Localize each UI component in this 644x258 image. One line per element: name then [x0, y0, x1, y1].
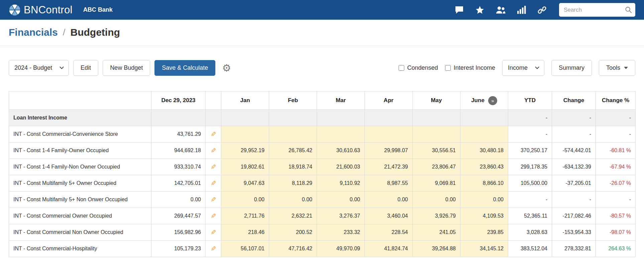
- header-may: May: [413, 91, 460, 110]
- month-value-cell[interactable]: 23,806.47: [413, 159, 460, 175]
- month-value-cell[interactable]: 9,069.81: [413, 175, 460, 192]
- change-value: -634,132.39: [552, 159, 596, 175]
- month-value-cell[interactable]: 29,998.07: [365, 143, 413, 159]
- month-value-cell[interactable]: 0.00: [221, 192, 269, 208]
- scroll-months-button[interactable]: »: [488, 96, 497, 105]
- month-value-cell[interactable]: 228.54: [365, 224, 413, 241]
- header-change: Change: [552, 91, 596, 110]
- tools-button[interactable]: Tools: [599, 60, 635, 76]
- month-value-cell[interactable]: 3,460.04: [365, 208, 413, 224]
- month-value-cell[interactable]: 9,110.92: [317, 175, 365, 192]
- month-value-cell[interactable]: 23,860.43: [460, 159, 508, 175]
- edit-button[interactable]: Edit: [73, 60, 98, 76]
- month-value-cell[interactable]: [365, 126, 413, 143]
- edit-row-button[interactable]: ✎: [206, 143, 221, 159]
- month-value-cell[interactable]: 0.00: [460, 192, 508, 208]
- edit-row-button[interactable]: ✎: [206, 159, 221, 175]
- month-value-cell[interactable]: 56,107.01: [221, 241, 269, 257]
- search-icon[interactable]: [625, 6, 632, 15]
- month-value-cell[interactable]: 49,970.09: [317, 241, 365, 257]
- month-value-cell[interactable]: 41,824.74: [365, 241, 413, 257]
- month-value-cell[interactable]: 218.46: [221, 224, 269, 241]
- month-value-cell[interactable]: 239.85: [460, 224, 508, 241]
- section-month-cell: [269, 110, 317, 126]
- app-logo[interactable]: BNControl: [9, 4, 73, 16]
- month-value-cell[interactable]: 4,109.53: [460, 208, 508, 224]
- dec-value: 0.00: [151, 192, 206, 208]
- interest-income-checkbox-input[interactable]: [445, 65, 451, 71]
- month-value-cell[interactable]: 200.52: [269, 224, 317, 241]
- edit-row-button[interactable]: ✎: [206, 192, 221, 208]
- month-value-cell[interactable]: 8,866.10: [460, 175, 508, 192]
- month-value-cell[interactable]: [317, 126, 365, 143]
- condensed-checkbox-input[interactable]: [399, 65, 404, 71]
- search-input[interactable]: [559, 3, 635, 17]
- table-row: INT - Const 1-4 Family-Non Owner Occupie…: [9, 159, 636, 175]
- income-select[interactable]: Income: [502, 60, 544, 76]
- month-value-cell[interactable]: [460, 126, 508, 143]
- section-month-cell: [221, 110, 269, 126]
- row-label: INT - Const Multifamily 5+ Owner Occupie…: [9, 175, 151, 192]
- interest-income-checkbox[interactable]: Interest Income: [445, 64, 495, 71]
- section-label: Loan Interest Income: [9, 110, 151, 126]
- month-value-cell[interactable]: 3,276.37: [317, 208, 365, 224]
- edit-row-button[interactable]: ✎: [206, 126, 221, 143]
- month-value-cell[interactable]: 29,952.19: [221, 143, 269, 159]
- month-value-cell[interactable]: 30,480.18: [460, 143, 508, 159]
- month-value-cell[interactable]: 39,264.88: [413, 241, 460, 257]
- summary-button[interactable]: Summary: [551, 60, 592, 76]
- pencil-icon: ✎: [211, 130, 216, 138]
- row-label: INT - Const Multifamily 5+ Non Onwer Occ…: [9, 192, 151, 208]
- change-pct-value: -98.07 %: [596, 224, 636, 241]
- month-value-cell[interactable]: 0.00: [365, 192, 413, 208]
- users-icon[interactable]: [496, 5, 506, 15]
- budget-table: Dec 29, 2023 Jan Feb Mar Apr May June » …: [9, 91, 636, 257]
- navbar-actions: [454, 3, 635, 17]
- condensed-checkbox[interactable]: Condensed: [399, 64, 438, 71]
- ytd-value: 383,512.04: [508, 241, 552, 257]
- month-value-cell[interactable]: [413, 126, 460, 143]
- budget-select[interactable]: 2024 - Budget: [9, 60, 69, 76]
- month-value-cell[interactable]: 18,918.74: [269, 159, 317, 175]
- month-value-cell[interactable]: 30,556.51: [413, 143, 460, 159]
- budget-table-body: Loan Interest Income---INT - Const Comme…: [9, 110, 636, 257]
- pencil-icon: ✎: [211, 245, 216, 253]
- month-value-cell[interactable]: 8,118.29: [269, 175, 317, 192]
- month-value-cell[interactable]: 30,610.63: [317, 143, 365, 159]
- edit-row-button[interactable]: ✎: [206, 241, 221, 257]
- ytd-value: 3,028.63: [508, 224, 552, 241]
- month-value-cell[interactable]: 2,711.76: [221, 208, 269, 224]
- chat-icon[interactable]: [454, 5, 464, 15]
- breadcrumb: Financials / Budgeting: [0, 20, 644, 46]
- save-calculate-button[interactable]: Save & Calculate: [154, 60, 215, 76]
- month-value-cell[interactable]: 34,145.12: [460, 241, 508, 257]
- month-value-cell[interactable]: 8,987.55: [365, 175, 413, 192]
- edit-row-button[interactable]: ✎: [206, 208, 221, 224]
- month-value-cell[interactable]: 0.00: [317, 192, 365, 208]
- stats-icon[interactable]: [516, 5, 526, 15]
- month-value-cell[interactable]: [221, 126, 269, 143]
- month-value-cell[interactable]: 26,785.42: [269, 143, 317, 159]
- month-value-cell[interactable]: 21,600.03: [317, 159, 365, 175]
- header-jan: Jan: [221, 91, 269, 110]
- month-value-cell[interactable]: 0.00: [269, 192, 317, 208]
- month-value-cell[interactable]: 9,047.63: [221, 175, 269, 192]
- month-value-cell[interactable]: [269, 126, 317, 143]
- month-value-cell[interactable]: 21,472.39: [365, 159, 413, 175]
- edit-row-button[interactable]: ✎: [206, 224, 221, 241]
- link-icon[interactable]: [537, 5, 547, 15]
- edit-row-button[interactable]: ✎: [206, 175, 221, 192]
- star-icon[interactable]: [475, 5, 485, 15]
- month-value-cell[interactable]: 2,632.21: [269, 208, 317, 224]
- month-value-cell[interactable]: 47,716.42: [269, 241, 317, 257]
- month-value-cell[interactable]: 3,926.79: [413, 208, 460, 224]
- gear-icon[interactable]: ⚙: [222, 63, 231, 73]
- month-value-cell[interactable]: 19,802.61: [221, 159, 269, 175]
- month-value-cell[interactable]: 0.00: [413, 192, 460, 208]
- month-value-cell[interactable]: 233.32: [317, 224, 365, 241]
- new-budget-button[interactable]: New Budget: [103, 60, 150, 76]
- section-edit-cell: [206, 110, 221, 126]
- breadcrumb-financials[interactable]: Financials: [9, 27, 58, 38]
- month-value-cell[interactable]: 241.05: [413, 224, 460, 241]
- header-change-pct: Change %: [596, 91, 636, 110]
